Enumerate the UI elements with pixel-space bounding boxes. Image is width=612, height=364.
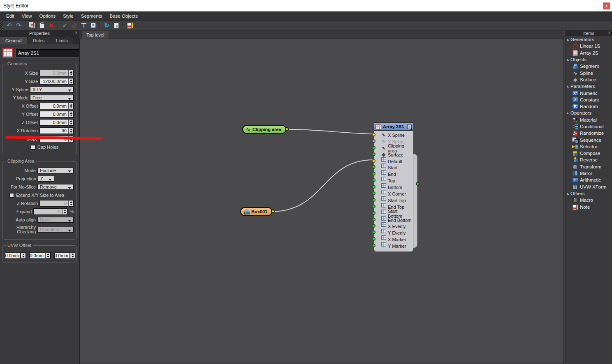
y-size-value[interactable]: 12000.0mm (39, 78, 68, 85)
uvw-v-value[interactable]: 0.0mm (30, 252, 45, 259)
properties-close-icon[interactable]: × (75, 30, 77, 35)
copy-button[interactable] (28, 21, 37, 30)
item-arithmetic[interactable]: ΣArithmetic (566, 177, 612, 183)
y-spline-dropdown[interactable]: X / Y (30, 87, 74, 92)
port-y-marker[interactable]: Y Marker (374, 243, 413, 249)
port-dot[interactable] (372, 237, 376, 241)
uvw-w-value[interactable]: 0.0mm (54, 252, 70, 259)
item-transform[interactable]: Transform (566, 164, 612, 170)
port-x-corner[interactable]: X Corner (374, 191, 413, 197)
menu-view[interactable]: View (18, 12, 36, 20)
port-dot[interactable] (372, 178, 376, 182)
item-material[interactable]: Material (566, 117, 612, 123)
x-offset-value[interactable]: 0.0mm (39, 103, 68, 109)
port-dot[interactable] (372, 165, 376, 169)
y-size-spinner[interactable] (68, 78, 74, 85)
z-offset-spinner[interactable] (68, 119, 74, 126)
item-segment[interactable]: Segment (566, 63, 612, 69)
projection-dropdown[interactable]: Z (38, 176, 54, 182)
port-dot[interactable] (372, 146, 376, 150)
port-dot[interactable] (372, 133, 376, 136)
notes-button[interactable] (125, 21, 134, 30)
port-start-bottom[interactable]: Start Bottom (374, 210, 413, 217)
disable-button[interactable]: ⊘ (70, 21, 79, 30)
tab-limits[interactable]: Limits (51, 37, 73, 44)
port-dot[interactable] (372, 244, 376, 247)
item-surface[interactable]: ◈Surface (566, 76, 612, 83)
mode-dropdown[interactable]: Exclude (37, 168, 74, 173)
item-uvw-xform[interactable]: UVW XForm (566, 184, 612, 190)
port-dot[interactable] (372, 185, 376, 189)
port-dot[interactable] (372, 224, 376, 228)
port-dot[interactable] (372, 159, 376, 163)
hierarchy-checking-dropdown[interactable]: Complete (37, 227, 74, 233)
port-x-marker[interactable]: X Marker (374, 236, 413, 243)
port-y-evenly[interactable]: Y Evenly (374, 230, 413, 236)
tab-rules[interactable]: Rules (28, 37, 50, 44)
menu-base-objects[interactable]: Base Objects (106, 12, 141, 20)
redo-button[interactable]: ↷ (14, 21, 23, 30)
port-dot[interactable] (372, 172, 376, 175)
x-size-spinner[interactable] (68, 70, 74, 76)
box001-node[interactable]: Box001 (240, 207, 272, 216)
menu-options[interactable]: Options (36, 12, 60, 20)
port-default[interactable]: Default (374, 158, 413, 165)
port-end[interactable]: End (374, 171, 413, 177)
x-rotation-value[interactable]: 90 (39, 127, 68, 134)
y-offset-value[interactable]: 0.0mm (39, 111, 68, 117)
section-objects[interactable]: Objects (566, 56, 612, 63)
y-mode-dropdown[interactable]: Free (30, 95, 74, 101)
item-reverse[interactable]: Reverse (566, 157, 612, 163)
undo-button[interactable]: ↶ (5, 21, 14, 30)
section-generators[interactable]: Generators (566, 36, 612, 43)
item-array-2s[interactable]: Array 2S (566, 50, 612, 56)
port-bottom[interactable]: Bottom (374, 184, 413, 191)
port-top[interactable]: Top (374, 177, 413, 184)
item-note[interactable]: Note (566, 203, 612, 210)
item-constant[interactable]: 2Constant (566, 97, 612, 103)
node-graph-canvas[interactable]: ∿ Clipping area Box001 Array 2S1 x (79, 39, 564, 364)
port-start-top[interactable]: Start Top (374, 197, 413, 204)
apply-button[interactable]: ✓ (60, 21, 70, 30)
for-no-slice-dropdown[interactable]: Remove (37, 184, 74, 190)
window-close-button[interactable]: x (603, 2, 610, 9)
menu-style[interactable]: Style (59, 12, 77, 20)
port-surface[interactable]: ◈Surface (374, 152, 413, 158)
item-selector[interactable]: Selector (566, 143, 612, 150)
auto-align-dropdown[interactable]: None (37, 217, 74, 223)
item-spline[interactable]: ∿Spline (566, 69, 612, 76)
tab-top-level[interactable]: Top level (81, 31, 109, 39)
section-others[interactable]: Others (566, 190, 612, 197)
z-rotation-value[interactable]: 0 (39, 200, 68, 207)
port-x-evenly[interactable]: X Evenly (374, 223, 413, 230)
port-dot[interactable] (372, 152, 376, 156)
port-dot[interactable] (372, 198, 376, 202)
uvw-u-value[interactable]: 0.0mm (5, 252, 21, 259)
item-linear-1s[interactable]: Linear 1S (566, 43, 612, 49)
uvw-w-spinner[interactable] (70, 252, 75, 259)
section-operators[interactable]: Operators (566, 110, 612, 116)
x-offset-spinner[interactable] (68, 103, 74, 109)
z-rotation-spinner[interactable] (68, 200, 74, 207)
clipping-area-node[interactable]: ∿ Clipping area (242, 125, 286, 134)
item-numeric[interactable]: X²Numeric (566, 90, 612, 96)
collapse-button[interactable]: ▼ (88, 21, 98, 30)
item-randomize[interactable]: Randomize (566, 130, 612, 136)
expand-spinner[interactable] (62, 208, 67, 215)
menu-segments[interactable]: Segments (77, 12, 106, 20)
array-node-header[interactable]: Array 2S1 x (374, 122, 413, 131)
port-dot[interactable] (372, 139, 376, 143)
node-name-input[interactable] (16, 49, 84, 57)
export-button[interactable] (111, 21, 121, 30)
delete-button[interactable]: × (46, 21, 56, 30)
port-dot[interactable] (372, 205, 376, 208)
item-macro[interactable]: Macro (566, 197, 612, 203)
uvw-u-spinner[interactable] (21, 252, 26, 259)
z-offset-value[interactable]: 0.0mm (39, 119, 68, 126)
toolbar-grip[interactable] (0, 21, 3, 30)
extend-xy-checkbox[interactable] (9, 193, 14, 198)
expand-value[interactable]: 0 (33, 208, 62, 215)
port-clipping-area[interactable]: ∿Clipping area (374, 145, 413, 152)
clipping-area-output-dot[interactable] (285, 127, 289, 131)
port-dot[interactable] (372, 230, 376, 234)
